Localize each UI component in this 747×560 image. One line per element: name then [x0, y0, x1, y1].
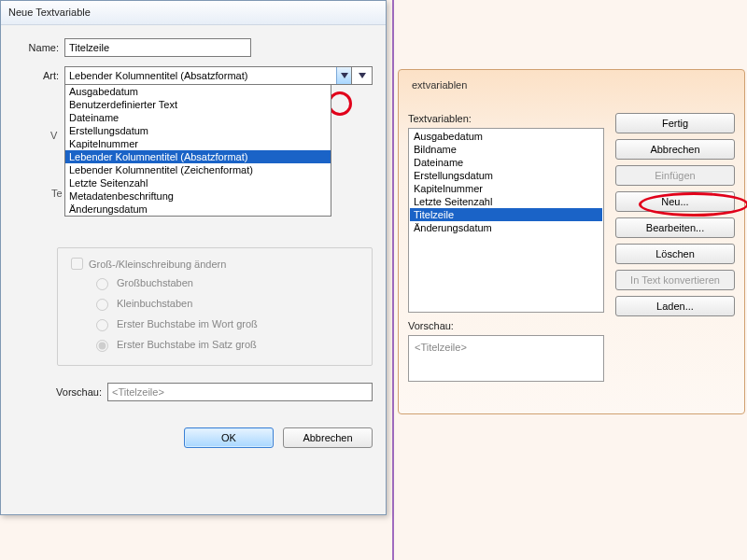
list-item[interactable]: Änderungsdatum [410, 221, 602, 234]
hidden-row-label: Te [51, 188, 63, 199]
done-button[interactable]: Fertig [615, 113, 735, 133]
dropdown-option[interactable]: Dateiname [65, 111, 331, 124]
dropdown-option[interactable]: Benutzerdefinierter Text [65, 98, 331, 111]
convert-button[interactable]: In Text konvertieren [615, 270, 735, 290]
dropdown-option[interactable]: Kapitelnummer [65, 137, 331, 150]
uppercase-radio[interactable] [96, 278, 108, 290]
type-value: Lebender Kolumnentitel (Absatzformat) [65, 70, 336, 81]
first-sentence-radio[interactable] [96, 340, 108, 352]
text-variables-listbox[interactable]: Ausgabedatum Bildname Dateiname Erstellu… [408, 128, 604, 313]
first-word-radio[interactable] [96, 319, 108, 331]
preview-label: Vorschau: [408, 320, 604, 331]
radio-label: Erster Buchstabe im Wort groß [117, 318, 258, 329]
options-group: Groß-/Kleinschreibung ändern Großbuchsta… [57, 247, 373, 366]
dropdown-stub[interactable] [352, 66, 373, 85]
radio-label: Erster Buchstabe im Satz groß [117, 339, 257, 350]
cancel-button[interactable]: Abbrechen [283, 427, 373, 448]
list-item[interactable]: Letzte Seitenzahl [410, 195, 602, 208]
dropdown-option[interactable]: Lebender Kolumnentitel (Zeichenformat) [65, 163, 331, 176]
change-case-checkbox[interactable] [71, 258, 83, 270]
preview-box: <Titelzeile> [408, 335, 604, 382]
type-dropdown[interactable]: Lebender Kolumnentitel (Absatzformat) Au… [64, 66, 352, 85]
name-label: Name: [14, 42, 64, 53]
hidden-row-label: V [50, 130, 57, 141]
load-button[interactable]: Laden... [615, 296, 735, 316]
text-variables-dialog: extvariablen Textvariablen: Ausgabedatum… [398, 69, 745, 414]
dropdown-option[interactable]: Lebender Kolumnentitel (Absatzformat) [65, 150, 331, 163]
dropdown-option[interactable]: Änderungsdatum [65, 203, 331, 216]
new-text-variable-dialog: Neue Textvariable Name: Art: Lebender Ko… [0, 0, 387, 515]
radio-label: Großbuchstaben [117, 277, 193, 288]
list-item[interactable]: Erstellungsdatum [410, 169, 602, 182]
dropdown-option[interactable]: Ausgabedatum [65, 85, 331, 98]
delete-button[interactable]: Löschen [615, 244, 735, 264]
list-item[interactable]: Kapitelnummer [410, 182, 602, 195]
lowercase-radio[interactable] [96, 299, 108, 311]
type-label: Art: [14, 70, 64, 81]
preview-label: Vorschau: [14, 386, 107, 398]
name-input[interactable] [64, 38, 251, 57]
dropdown-option[interactable]: Letzte Seitenzahl [65, 176, 331, 189]
list-label: Textvariablen: [408, 113, 604, 124]
change-case-label: Groß-/Kleinschreibung ändern [89, 259, 226, 270]
dropdown-option[interactable]: Erstellungsdatum [65, 124, 331, 137]
insert-button[interactable]: Einfügen [615, 165, 735, 186]
list-item[interactable]: Ausgabedatum [410, 130, 602, 143]
radio-label: Kleinbuchstaben [117, 298, 192, 309]
preview-input [107, 383, 373, 401]
dialog-title: extvariablen [408, 76, 735, 104]
chevron-down-icon[interactable] [336, 67, 351, 84]
dropdown-option[interactable]: Metadatenbeschriftung [65, 189, 331, 203]
edit-button[interactable]: Bearbeiten... [615, 217, 735, 238]
list-item[interactable]: Titelzeile [410, 208, 602, 221]
list-item[interactable]: Bildname [410, 143, 602, 156]
ok-button[interactable]: OK [184, 427, 274, 448]
cancel-button[interactable]: Abbrechen [615, 139, 735, 160]
new-button[interactable]: Neu... [615, 191, 735, 212]
list-item[interactable]: Dateiname [410, 156, 602, 169]
type-dropdown-list[interactable]: Ausgabedatum Benutzerdefinierter Text Da… [64, 84, 331, 217]
dialog-title: Neue Textvariable [1, 1, 386, 25]
